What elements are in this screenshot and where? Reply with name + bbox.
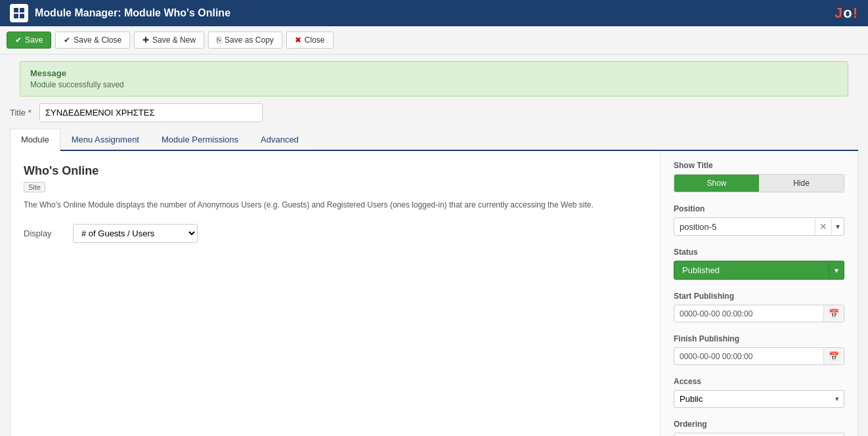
show-title-label: Show Title (674, 161, 844, 170)
save-copy-icon: ⎘ (217, 35, 221, 45)
tabs: Module Menu Assignment Module Permission… (10, 129, 858, 151)
close-icon: ✖ (295, 35, 301, 45)
save-icon: ✔ (15, 35, 22, 45)
header-title-area: Module Manager: Module Who's Online (10, 4, 230, 22)
show-button[interactable]: Show (674, 175, 759, 192)
start-publishing-input[interactable] (674, 306, 823, 322)
tab-menu-assignment[interactable]: Menu Assignment (60, 129, 150, 150)
status-value: Published (674, 261, 829, 279)
finish-publishing-calendar-icon[interactable]: 📅 (823, 348, 844, 364)
status-section: Status Published ▾ (674, 248, 844, 280)
finish-publishing-field: 📅 (674, 347, 844, 365)
display-field-row: Display # of Guests / Users # of Guests … (24, 224, 647, 243)
message-box: Message Module successfully saved (20, 61, 848, 97)
tab-module[interactable]: Module (10, 129, 60, 151)
start-publishing-label: Start Publishing (674, 292, 844, 301)
left-panel: Who's Online Site The Who's Online Modul… (11, 151, 661, 436)
site-badge: Site (24, 182, 45, 192)
ordering-label: Ordering (674, 420, 844, 429)
start-publishing-calendar-icon[interactable]: 📅 (823, 305, 844, 322)
module-name: Who's Online (24, 164, 647, 178)
access-select[interactable]: Public Registered Special Guest Super Us… (674, 391, 831, 407)
joomla-logo: Jo! (835, 5, 858, 22)
position-section: Position position-5 ✕ ▾ (674, 204, 844, 236)
svg-rect-1 (20, 8, 24, 12)
svg-rect-3 (20, 14, 24, 18)
content-area: Who's Online Site The Who's Online Modul… (10, 151, 858, 436)
position-dropdown-icon[interactable]: ▾ (831, 219, 844, 234)
title-label: Title * (10, 108, 33, 118)
position-value: position-5 (674, 219, 815, 235)
save-close-button[interactable]: ✔ Save & Close (55, 32, 130, 49)
form-area: Message Module successfully saved Title … (0, 61, 868, 436)
save-close-icon: ✔ (64, 35, 70, 45)
start-publishing-section: Start Publishing 📅 (674, 292, 844, 322)
app-header: Module Manager: Module Who's Online Jo! (0, 0, 868, 26)
close-button[interactable]: ✖ Close (286, 32, 334, 49)
position-field: position-5 ✕ ▾ (674, 217, 844, 236)
message-body: Module successfully saved (30, 80, 838, 89)
start-publishing-field: 📅 (674, 305, 844, 322)
save-copy-button[interactable]: ⎘ Save as Copy (208, 32, 282, 49)
status-label: Status (674, 248, 844, 257)
finish-publishing-input[interactable] (674, 349, 823, 364)
access-dropdown: Public Registered Special Guest Super Us… (674, 390, 844, 408)
page-title: Module Manager: Module Who's Online (35, 7, 230, 19)
finish-publishing-label: Finish Publishing (674, 334, 844, 343)
title-row: Title * (10, 103, 858, 122)
svg-rect-0 (14, 8, 18, 12)
status-arrow-icon[interactable]: ▾ (829, 262, 844, 279)
save-button[interactable]: ✔ Save (7, 32, 51, 49)
message-title: Message (30, 68, 838, 78)
tab-module-permissions[interactable]: Module Permissions (150, 129, 250, 150)
module-description: The Who's Online Module displays the num… (24, 199, 647, 211)
access-section: Access Public Registered Special Guest S… (674, 377, 844, 408)
title-input[interactable] (39, 103, 263, 122)
ordering-section: Ordering 1. ΣΥΝΔΕΔΕΜΕΝΟΙ ΧΡΗΣΤΕΣ ▾ (674, 420, 844, 436)
access-label: Access (674, 377, 844, 386)
toolbar: ✔ Save ✔ Save & Close ✚ Save & New ⎘ Sav… (0, 26, 868, 54)
app-icon (10, 4, 28, 22)
svg-rect-2 (14, 14, 18, 18)
show-title-section: Show Title Show Hide (674, 161, 844, 192)
display-select[interactable]: # of Guests / Users # of Guests # of Use… (73, 224, 198, 243)
save-new-icon: ✚ (142, 35, 149, 45)
save-new-button[interactable]: ✚ Save & New (134, 32, 204, 49)
ordering-dropdown: 1. ΣΥΝΔΕΔΕΜΕΝΟΙ ΧΡΗΣΤΕΣ ▾ (674, 433, 844, 436)
display-label: Display (24, 229, 63, 238)
position-label: Position (674, 204, 844, 213)
tab-advanced[interactable]: Advanced (250, 129, 310, 150)
finish-publishing-section: Finish Publishing 📅 (674, 334, 844, 365)
hide-button[interactable]: Hide (759, 175, 844, 192)
show-title-toggle: Show Hide (674, 174, 844, 192)
access-arrow-icon: ▾ (831, 391, 844, 406)
right-panel: Show Title Show Hide Position position-5… (661, 151, 857, 436)
position-clear-icon[interactable]: ✕ (815, 218, 831, 235)
ordering-select[interactable]: 1. ΣΥΝΔΕΔΕΜΕΝΟΙ ΧΡΗΣΤΕΣ (674, 433, 832, 436)
status-dropdown: Published ▾ (674, 261, 844, 280)
